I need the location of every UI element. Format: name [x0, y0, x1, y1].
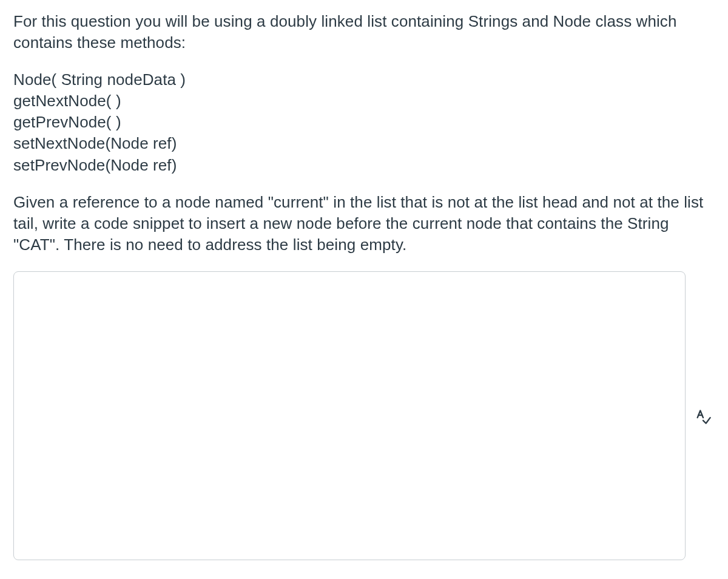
method-item: setPrevNode(Node ref): [13, 155, 715, 176]
question-container: For this question you will be using a do…: [0, 0, 728, 579]
question-intro: For this question you will be using a do…: [13, 11, 715, 53]
question-prompt: Given a reference to a node named "curre…: [13, 192, 715, 256]
method-item: getPrevNode( ): [13, 112, 715, 133]
method-item: Node( String nodeData ): [13, 69, 715, 90]
method-item: setNextNode(Node ref): [13, 133, 715, 154]
answer-area-wrap: [13, 271, 715, 563]
spellcheck-icon[interactable]: [693, 407, 713, 427]
method-item: getNextNode( ): [13, 90, 715, 112]
answer-textarea[interactable]: [13, 271, 686, 560]
method-list: Node( String nodeData ) getNextNode( ) g…: [13, 69, 715, 175]
question-text-block: For this question you will be using a do…: [13, 11, 715, 256]
